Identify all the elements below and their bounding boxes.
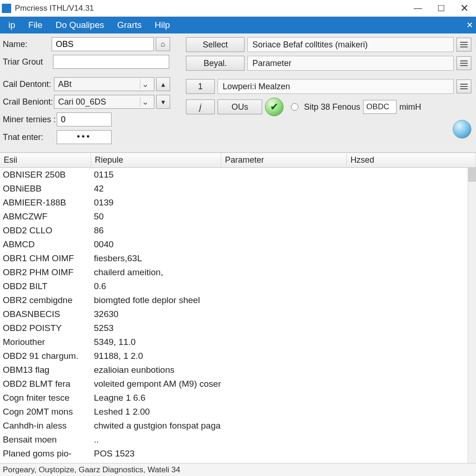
cal-dentont-label: Cail Dentont: bbox=[3, 79, 54, 89]
select-button[interactable]: Sellect bbox=[186, 37, 245, 52]
table-cell: 5253 bbox=[91, 323, 221, 333]
table-row[interactable]: Cogn 20MT monsLeshed 1 2.00 bbox=[0, 405, 476, 419]
table-row[interactable]: Moriouther5349, 11.0 bbox=[0, 335, 476, 349]
check-icon[interactable]: ✔ bbox=[265, 98, 284, 116]
globe-icon[interactable] bbox=[453, 120, 471, 139]
table-cell: fiesbers,63L bbox=[91, 253, 221, 264]
table-cell: ABMIEER-188B bbox=[0, 198, 91, 208]
cral-beniont-label: Crail Beniont: bbox=[3, 97, 54, 107]
menu-file[interactable]: File bbox=[22, 17, 49, 33]
menubar-close-icon[interactable]: ✕ bbox=[466, 20, 473, 30]
table-cell: OBD2 BILT bbox=[0, 281, 91, 291]
menu-ip[interactable]: ip bbox=[2, 17, 22, 33]
app-icon bbox=[2, 4, 11, 13]
col-esii[interactable]: Esii bbox=[0, 153, 91, 167]
form-panel: Name: ⌂ Triar Grout Cail Dentont: ABt ⌄ … bbox=[0, 33, 476, 153]
table-cell: ABMCZWF bbox=[0, 212, 91, 222]
table-row[interactable]: OBNiEBB42 bbox=[0, 182, 476, 196]
table-row[interactable]: ABMIEER-188B0139 bbox=[0, 196, 476, 210]
table-row[interactable]: Bensait moen.. bbox=[0, 433, 476, 447]
menu-grarts[interactable]: Grarts bbox=[111, 17, 148, 33]
lowper-menu-button[interactable] bbox=[456, 79, 471, 93]
col-parameter[interactable]: Parameter bbox=[221, 153, 347, 167]
j-button[interactable]: j bbox=[186, 99, 215, 114]
table-row[interactable]: OBD2 91 chargum.91188, 1 2.0 bbox=[0, 349, 476, 363]
table-row[interactable]: OBR2 cembigdnebiomgted fotle deplor shee… bbox=[0, 293, 476, 307]
table-row[interactable]: Cogn fniter tesceLeagne 1 6.6 bbox=[0, 391, 476, 405]
window-title: Pmcriess ITHL/V14.31 bbox=[15, 4, 406, 13]
miner-input[interactable] bbox=[57, 112, 112, 126]
home-icon[interactable]: ⌂ bbox=[156, 37, 170, 51]
table-cell: Canhdh-in aless bbox=[0, 421, 91, 431]
table-row[interactable]: OBNISER 250B0115 bbox=[0, 168, 476, 182]
table-row[interactable]: OBASNBECIS32630 bbox=[0, 307, 476, 321]
table-row[interactable]: OBD2 CLLO86 bbox=[0, 224, 476, 238]
col-riepule[interactable]: Riepule bbox=[91, 153, 221, 167]
table-cell: POS 1523 bbox=[91, 449, 221, 459]
table-cell: OBR1 CHM OIMF bbox=[0, 253, 91, 264]
cal-dentont-select[interactable]: ABt ⌄ bbox=[54, 77, 154, 91]
table-cell: 5349, 11.0 bbox=[91, 337, 221, 347]
table-cell: chailerd ameition, bbox=[91, 267, 221, 278]
menu-help[interactable]: Hilp bbox=[148, 17, 177, 33]
col-hzsed[interactable]: Hzsed bbox=[347, 153, 476, 167]
table-row[interactable]: ABMCD0040 bbox=[0, 238, 476, 251]
one-button[interactable]: 1 bbox=[186, 79, 215, 94]
table-cell: Leagne 1 6.6 bbox=[91, 393, 221, 403]
close-button[interactable]: ✕ bbox=[453, 0, 476, 16]
tnat-input[interactable]: ••• bbox=[57, 130, 112, 144]
table-cell: Bensait moen bbox=[0, 435, 91, 445]
table-row[interactable]: ABMCZWF50 bbox=[0, 210, 476, 224]
name-input[interactable] bbox=[52, 37, 154, 51]
sitp-radio[interactable] bbox=[291, 103, 298, 111]
chevron-down-icon: ⌄ bbox=[140, 97, 150, 107]
table-cell: Cogn fniter tesce bbox=[0, 393, 91, 403]
table-cell: OBR2 PHM OIMF bbox=[0, 267, 91, 278]
table-cell: ABMCD bbox=[0, 239, 91, 250]
cal-dentont-up-icon[interactable]: ▴ bbox=[156, 77, 170, 91]
table-cell: OBASNBECIS bbox=[0, 309, 91, 319]
ous-button[interactable]: OUs bbox=[218, 99, 262, 114]
table-cell: Leshed 1 2.00 bbox=[91, 407, 221, 417]
table-cell: Moriouther bbox=[0, 337, 91, 347]
table-row[interactable]: OBD2 BLMT feravoleited gempont AM (M9) c… bbox=[0, 377, 476, 391]
form-right: Sellect Soriace Befaf colltites (maikeri… bbox=[186, 37, 471, 142]
table-cell: 0139 bbox=[91, 198, 221, 208]
form-left: Name: ⌂ Triar Grout Cail Dentont: ABt ⌄ … bbox=[3, 37, 170, 144]
beyal-button[interactable]: Beyal. bbox=[186, 56, 245, 71]
cral-beniont-select[interactable]: Cari 00_6DS ⌄ bbox=[54, 95, 154, 109]
table-cell: OBM13 flag bbox=[0, 365, 91, 375]
table-cell: OBD2 BLMT fera bbox=[0, 379, 91, 389]
cral-beniont-down-icon[interactable]: ▾ bbox=[156, 95, 170, 109]
table-row[interactable]: Planed goms pio-POS 1523 bbox=[0, 447, 476, 461]
table-row[interactable]: OBM13 flagezalioian eunbotions bbox=[0, 363, 476, 377]
scrollbar-thumb[interactable] bbox=[468, 168, 476, 182]
table-cell: OBD2 CLLO bbox=[0, 225, 91, 236]
table-row[interactable]: OBR1 CHM OIMFfiesbers,63L bbox=[0, 251, 476, 265]
chevron-down-icon: ⌄ bbox=[140, 79, 150, 89]
soriace-menu-button[interactable] bbox=[456, 38, 471, 52]
table-row[interactable]: OBD2 POISTY5253 bbox=[0, 321, 476, 335]
table-cell: OBR2 cembigdne bbox=[0, 295, 91, 305]
table-cell: 32630 bbox=[91, 309, 221, 319]
cal-dentont-value: ABt bbox=[58, 79, 72, 89]
table-row[interactable]: Canhdh-in alesschwited a gustgion fonspa… bbox=[0, 419, 476, 433]
window-buttons: — ☐ ✕ bbox=[406, 0, 476, 16]
group-input[interactable] bbox=[53, 55, 169, 69]
parameter-menu-button[interactable] bbox=[456, 56, 471, 70]
table-cell: voleited gempont AM (M9) coser bbox=[91, 379, 221, 389]
soriace-field[interactable]: Soriace Befaf colltites (maikeri) bbox=[247, 37, 454, 52]
maximize-button[interactable]: ☐ bbox=[430, 0, 453, 16]
scrollbar[interactable] bbox=[468, 168, 476, 463]
lowper-field[interactable]: Lowperi:i Mealzen bbox=[218, 79, 454, 94]
minimize-button[interactable]: — bbox=[406, 0, 430, 16]
table-cell: 42 bbox=[91, 184, 221, 194]
table-row[interactable]: OBR2 PHM OIMFchailerd ameition, bbox=[0, 265, 476, 279]
table-row[interactable]: OBD2 BILT0.6 bbox=[0, 279, 476, 293]
titlebar: Pmcriess ITHL/V14.31 — ☐ ✕ bbox=[0, 0, 476, 17]
table-header: Esii Riepule Parameter Hzsed bbox=[0, 153, 476, 168]
unit-input[interactable]: OBDC bbox=[363, 100, 397, 114]
parameter-field[interactable]: Parameter bbox=[247, 56, 454, 71]
menu-qualipes[interactable]: Do Qualipes bbox=[49, 17, 111, 33]
table-cell: Cogn 20MT mons bbox=[0, 407, 91, 417]
